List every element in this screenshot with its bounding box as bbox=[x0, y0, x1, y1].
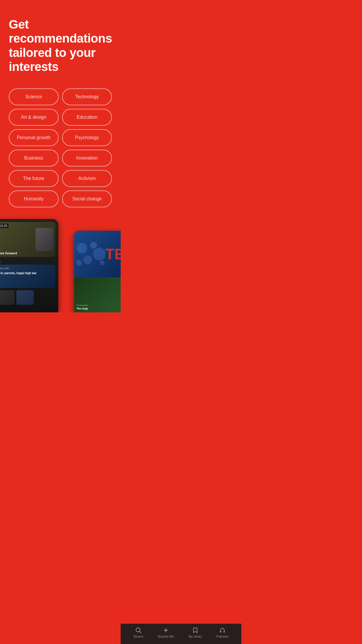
phone-mockup-right: TE The magi Prumsodun bbox=[74, 231, 121, 312]
svg-point-2 bbox=[93, 248, 105, 260]
interest-btn-personal-growth[interactable]: Personal growth bbox=[9, 129, 59, 146]
interest-btn-the-future[interactable]: The future bbox=[9, 170, 59, 187]
video-title-left: ove forward bbox=[0, 251, 17, 255]
interest-btn-business[interactable]: Business bbox=[9, 150, 59, 167]
author-label: Prumsodun bbox=[76, 304, 88, 307]
interest-btn-humanity[interactable]: Humanity bbox=[9, 190, 59, 207]
interests-grid: ScienceTechnologyArt & designEducationPe… bbox=[9, 88, 112, 207]
svg-point-5 bbox=[100, 260, 105, 265]
video-thumb-right-bottom: The magi Prumsodun bbox=[74, 277, 121, 312]
svg-point-3 bbox=[83, 256, 92, 264]
video-timer: 15:05 bbox=[0, 224, 8, 228]
interest-btn-art-design[interactable]: Art & design bbox=[9, 109, 59, 126]
video-thumb-2: any with For parents, happi high bar bbox=[0, 265, 55, 288]
interest-btn-psychology[interactable]: Psychology bbox=[62, 129, 112, 146]
page-container: Get recommendations tailored to your int… bbox=[0, 0, 121, 312]
svg-point-4 bbox=[76, 260, 82, 266]
interest-btn-science[interactable]: Science bbox=[9, 88, 59, 105]
interest-btn-social-change[interactable]: Social change bbox=[62, 190, 112, 207]
video-info-2: any with bbox=[0, 266, 54, 270]
bottom-overlay: 15:05 ove forward 22. any with For paren… bbox=[0, 213, 121, 312]
phone-screen-right: TE The magi Prumsodun bbox=[74, 231, 121, 312]
video-subtitle-2: For parents, happi high bar bbox=[0, 272, 54, 275]
phone-mockup-left: 15:05 ove forward 22. any with For paren… bbox=[0, 219, 58, 312]
interest-btn-technology[interactable]: Technology bbox=[62, 88, 112, 105]
thumb-row bbox=[0, 290, 55, 305]
svg-point-0 bbox=[77, 243, 87, 253]
interest-btn-innovation[interactable]: Innovation bbox=[62, 150, 112, 167]
speaker-image bbox=[36, 228, 53, 251]
svg-point-1 bbox=[90, 242, 97, 249]
mini-thumb-1 bbox=[0, 290, 15, 305]
interest-btn-education[interactable]: Education bbox=[62, 109, 112, 126]
bokeh-svg bbox=[76, 239, 105, 269]
video-info-row: 22. bbox=[0, 259, 55, 265]
page-title: Get recommendations tailored to your int… bbox=[9, 18, 112, 74]
video-thumb-1: 15:05 ove forward bbox=[0, 222, 55, 257]
ted-logo: TE bbox=[105, 245, 121, 263]
magic-label: The magi bbox=[76, 307, 88, 310]
interest-btn-activism[interactable]: Activism bbox=[62, 170, 112, 187]
mini-thumb-2 bbox=[16, 290, 34, 305]
ted-visual: TE bbox=[74, 231, 121, 277]
phone-screen-left: 15:05 ove forward 22. any with For paren… bbox=[0, 219, 58, 312]
